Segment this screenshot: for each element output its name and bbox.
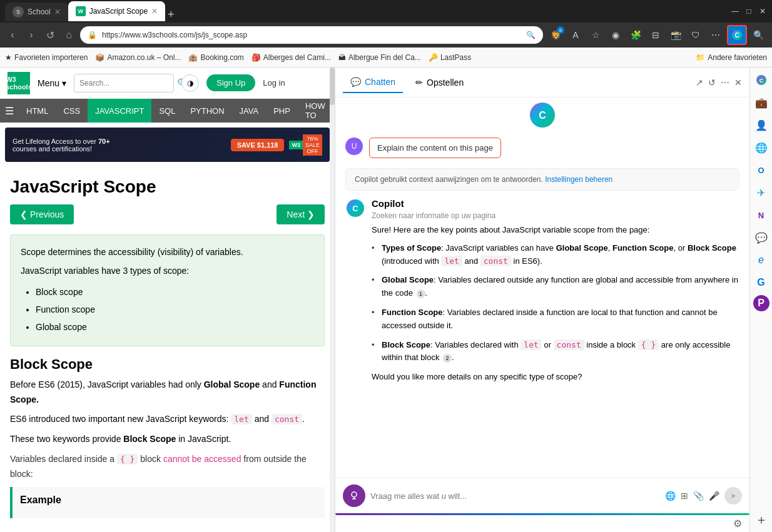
- close-button[interactable]: ✕: [758, 7, 767, 16]
- web-search-icon[interactable]: 🌐: [665, 491, 676, 501]
- nav-html[interactable]: HTML: [19, 99, 56, 123]
- input-mic-button[interactable]: [343, 484, 365, 507]
- sidebar-briefcase-icon[interactable]: 💼: [751, 93, 771, 113]
- w3-nav: ☰ HTML CSS JAVASCRIPT SQL PYTHON JAVA PH…: [0, 99, 335, 123]
- sidebar-g-icon[interactable]: G: [751, 273, 771, 293]
- minimize-button[interactable]: —: [731, 7, 739, 16]
- login-button[interactable]: Log in: [263, 78, 285, 88]
- scroll-indicator[interactable]: [330, 68, 335, 532]
- bookmark-import-label: Favorieten importeren: [14, 53, 88, 62]
- nav-css[interactable]: CSS: [56, 99, 88, 123]
- ad-banner[interactable]: Get Lifelong Access to over 70+ courses …: [5, 128, 330, 162]
- signup-button[interactable]: Sign Up: [206, 74, 255, 91]
- scope-item-global: Global scope: [36, 318, 314, 336]
- school-tab-close[interactable]: ✕: [54, 8, 61, 16]
- search-input[interactable]: [79, 79, 173, 88]
- next-button[interactable]: Next ❯: [277, 204, 325, 224]
- school-tab[interactable]: S School ✕: [5, 3, 68, 21]
- bookmark-folder-icon: 📁: [696, 53, 705, 62]
- forward-button[interactable]: ›: [24, 28, 39, 43]
- sidebar-add-button[interactable]: ＋: [751, 509, 771, 529]
- web-capture-icon[interactable]: 📸: [667, 26, 684, 44]
- favorites-icon[interactable]: ☆: [587, 26, 604, 44]
- bookmark-import[interactable]: ★ Favorieten importeren: [5, 53, 88, 62]
- voice-icon[interactable]: 🎤: [709, 491, 719, 501]
- sidebar-telegram-icon[interactable]: ✈: [751, 183, 771, 203]
- home-button[interactable]: ⌂: [61, 28, 76, 43]
- sidebar-outlook-icon[interactable]: O: [751, 160, 771, 180]
- hamburger-icon[interactable]: ☰: [5, 105, 14, 117]
- nav-javascript[interactable]: JAVASCRIPT: [88, 99, 151, 123]
- bookmark-booking[interactable]: 🏨 Booking.com: [188, 53, 243, 62]
- back-button[interactable]: ‹: [5, 28, 20, 43]
- refresh-button[interactable]: ↺: [43, 28, 58, 43]
- sidebar-globe-icon[interactable]: 🌐: [751, 138, 771, 158]
- close-panel-icon[interactable]: ✕: [734, 78, 742, 88]
- scope-item-function: Function scope: [36, 301, 314, 318]
- maximize-button[interactable]: □: [744, 7, 753, 16]
- chat-tab[interactable]: 💬 Chatten: [343, 72, 403, 93]
- copilot-response-row: C Copilot Zoeken naar informatie op uw p…: [345, 198, 739, 389]
- context-notice-text: Copilot gebruikt context aanwijzingen om…: [355, 175, 543, 184]
- menu-button[interactable]: Menu ▾: [38, 78, 66, 88]
- search-icon[interactable]: 🔍: [526, 31, 536, 39]
- bookmark-alberges[interactable]: 🎒 Alberges del Cami...: [251, 53, 331, 62]
- bookmark-other[interactable]: 📁 Andere favorieten: [696, 53, 767, 62]
- response-item-1-bs: Block Scope: [688, 243, 736, 253]
- address-bar[interactable]: 🔒 https://www.w3schools.com/js/js_scope.…: [80, 26, 543, 44]
- nav-sql[interactable]: SQL: [151, 99, 183, 123]
- response-item-2-bold: Global Scope: [382, 275, 434, 284]
- open-in-window-icon[interactable]: ↗: [696, 78, 703, 88]
- w3-tab-icon: W: [76, 6, 86, 16]
- grid-icon[interactable]: ⊞: [681, 491, 688, 501]
- contrast-button[interactable]: ◑: [181, 74, 199, 92]
- browser-essentials-icon[interactable]: 🛡: [687, 26, 704, 44]
- response-item-1-bold: Types of Scope: [382, 243, 441, 253]
- split-screen-icon[interactable]: ⊟: [647, 26, 664, 44]
- nav-howto[interactable]: HOW TO: [298, 99, 333, 123]
- js-scope-tab[interactable]: W JavaScript Scope ✕: [68, 1, 165, 21]
- search-sidebar-icon[interactable]: 🔍: [749, 26, 767, 44]
- font-icon[interactable]: A: [567, 26, 584, 44]
- more-options-icon[interactable]: ⋯: [721, 78, 729, 88]
- response-item-4: Block Scope: Variables declared with let…: [372, 339, 739, 365]
- new-tab-button[interactable]: +: [168, 8, 175, 21]
- password-icon[interactable]: ◉: [607, 26, 624, 44]
- ref-1: 1: [417, 289, 425, 298]
- context-settings-link[interactable]: Instellingen beheren: [545, 175, 612, 184]
- lock-icon: 🔒: [88, 31, 97, 39]
- settings-icon[interactable]: ⚙: [733, 518, 742, 529]
- extensions-icon[interactable]: 🧩: [627, 26, 644, 44]
- block-scope-p3: These two keywords provide Block Scope i…: [10, 432, 325, 447]
- sidebar-edge-icon[interactable]: e: [751, 250, 771, 270]
- js-scope-tab-close[interactable]: ✕: [151, 7, 158, 16]
- copilot-button[interactable]: C: [727, 25, 747, 45]
- prev-button[interactable]: ❮ Previous: [10, 204, 74, 224]
- compose-tab[interactable]: ✏ Opstellen: [408, 73, 471, 93]
- bookmark-albergue[interactable]: 🏔 Albergue Fin del Ca...: [338, 53, 421, 62]
- user-message-text: Explain the content on this page: [377, 143, 493, 153]
- more-tools-icon[interactable]: ⋯: [707, 26, 724, 44]
- menu-chevron-icon: ▾: [62, 78, 66, 88]
- attach-icon[interactable]: 📎: [693, 491, 704, 501]
- search-bar[interactable]: 🔍: [74, 74, 174, 93]
- nav-python[interactable]: PYTHON: [183, 99, 231, 123]
- nav-php[interactable]: PHP: [266, 99, 298, 123]
- bookmark-amazon[interactable]: 📦 Amazon.co.uk – Onl...: [95, 53, 181, 62]
- bookmarks-bar: ★ Favorieten importeren 📦 Amazon.co.uk –…: [0, 48, 772, 68]
- sidebar-person-icon[interactable]: 👤: [751, 115, 771, 135]
- bookmark-lastpass[interactable]: 🔑 LastPass: [429, 53, 471, 62]
- chat-input[interactable]: [370, 491, 660, 501]
- sidebar-whatsapp-icon[interactable]: 💬: [751, 228, 771, 248]
- brave-shield[interactable]: 🦁 8: [547, 26, 564, 44]
- sidebar-onenote-icon[interactable]: N: [751, 205, 771, 225]
- submit-button[interactable]: ➤: [724, 487, 742, 504]
- copilot-name-label: Copilot: [372, 198, 739, 209]
- sidebar-copilot-icon[interactable]: C: [751, 70, 771, 90]
- nav-java[interactable]: JAVA: [232, 99, 267, 123]
- nav-buttons: ❮ Previous Next ❯: [10, 204, 325, 224]
- sidebar-p-icon[interactable]: P: [753, 295, 769, 311]
- w3schools-logo[interactable]: W3schools: [8, 72, 30, 94]
- refresh-icon[interactable]: ↺: [708, 78, 716, 88]
- intro-p2: JavaScript variables have 3 types of sco…: [21, 264, 314, 278]
